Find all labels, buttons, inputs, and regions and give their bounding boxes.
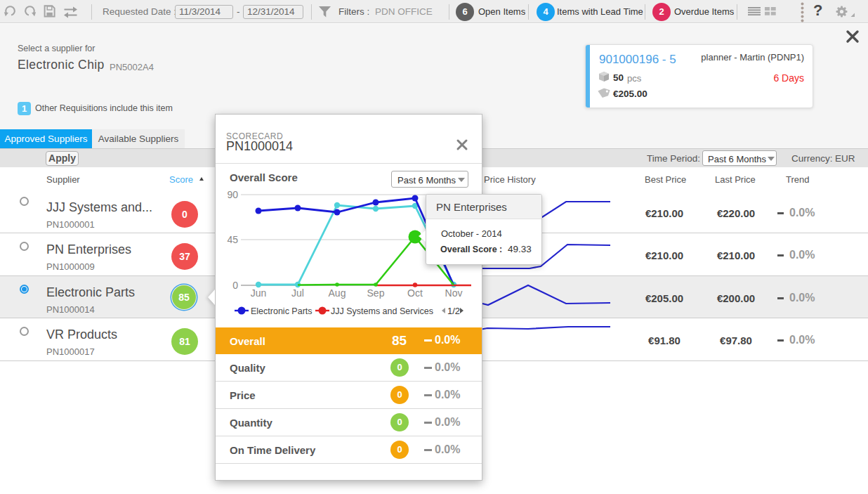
- svg-text:90: 90: [227, 189, 238, 200]
- svg-text:Nov: Nov: [445, 287, 463, 299]
- svg-text:0: 0: [232, 280, 238, 291]
- svg-text:1/2: 1/2: [447, 306, 460, 316]
- svg-text:45: 45: [227, 234, 238, 245]
- svg-text:Jun: Jun: [251, 287, 267, 299]
- svg-text:Aug: Aug: [329, 287, 346, 299]
- svg-text:Sep: Sep: [367, 287, 385, 299]
- svg-text:Electronic Parts: Electronic Parts: [251, 306, 313, 316]
- svg-text:Oct: Oct: [407, 287, 423, 299]
- svg-text:JJJ Systems and Services: JJJ Systems and Services: [331, 306, 433, 316]
- svg-text:Jul: Jul: [291, 287, 304, 299]
